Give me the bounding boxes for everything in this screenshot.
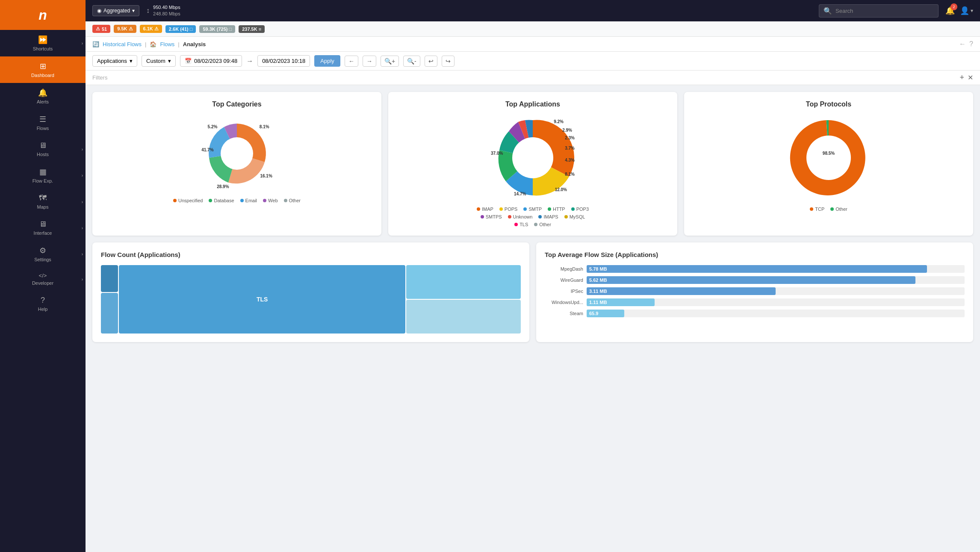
legend-email: Email	[240, 198, 257, 203]
cat-label-other: 28.9%	[217, 184, 229, 189]
flowexp-icon: ▦	[39, 167, 47, 177]
breadcrumb: 🔄 Historical Flows | 🏠 Flows | Analysis	[92, 41, 206, 47]
sidebar-label-maps: Maps	[37, 204, 49, 210]
top-protocols-legend: TCP Other	[810, 207, 847, 212]
legend-web: Web	[263, 198, 277, 203]
sidebar-label-hosts: Hosts	[37, 152, 49, 157]
shortcuts-icon: ⏩	[38, 35, 47, 44]
bar-label-ipsec: IPSec	[545, 289, 583, 294]
notification-bell[interactable]: 🔔 2	[945, 6, 955, 15]
top-header: ◉ Aggregated ▾ ↕ 950.40 Mbps 248.80 Mbps…	[86, 0, 980, 21]
top-protocols-card: Top Protocols 98.5% TCP Other	[684, 92, 973, 236]
traffic-down: 248.80 Mbps	[153, 11, 180, 17]
zoom-out-button[interactable]: 🔍-	[403, 56, 420, 67]
chevron-right-icon-hosts: ›	[82, 147, 83, 151]
alert-bar: ⚠ 51 9.5K ⚠ 6.1K ⚠ 2.6K (41) □ 59.3K (72…	[86, 21, 980, 37]
bar-track-wireguard: 5.62 MB	[587, 276, 965, 284]
sidebar-item-developer[interactable]: </> Developer ›	[0, 267, 86, 291]
treemap-right-cells	[406, 265, 521, 334]
sidebar-item-help[interactable]: ? Help	[0, 291, 86, 317]
bar-label-steam: Steam	[545, 311, 583, 316]
cat-label-database: 16.1%	[260, 174, 272, 178]
undo-button[interactable]: ↩	[425, 56, 437, 67]
filters-row: Filters + ✕	[86, 71, 980, 85]
help-icon: ?	[41, 296, 45, 305]
app-label-pop3: 4.3%	[565, 158, 575, 162]
filter-type-chevron-icon: ▾	[130, 58, 133, 64]
sidebar-item-flowexp[interactable]: ▦ Flow Exp. ›	[0, 162, 86, 189]
app-label-mysql: 2.3%	[565, 136, 575, 140]
sidebar-item-flows[interactable]: ☰ Flows	[0, 109, 86, 136]
bar-label-wireguard: WireGuard	[545, 277, 583, 283]
alert-critical-value: 51	[102, 27, 107, 32]
sidebar-label-alerts: Alerts	[37, 99, 49, 104]
sidebar-item-dashboard[interactable]: ⊞ Dashboard	[0, 56, 86, 83]
avg-flow-bar-chart: MpegDash 5.78 MB WireGuard 5.62 MB	[545, 265, 965, 317]
bar-label-mpegdash: MpegDash	[545, 266, 583, 272]
redo-button[interactable]: ↪	[442, 56, 455, 67]
user-menu[interactable]: 👤 ▾	[960, 6, 973, 15]
alert-info-value: 2.6K (41) □	[169, 27, 193, 32]
alerts-icon: 🔔	[38, 88, 47, 97]
legend-imap: IMAP	[477, 207, 493, 212]
treemap-tls-cell: TLS	[119, 265, 405, 334]
legend-unknown: Unknown	[508, 214, 533, 219]
filter-type-select[interactable]: Applications ▾	[92, 55, 137, 67]
cat-label-web: 5.2%	[208, 124, 218, 129]
breadcrumb-flows[interactable]: Flows	[160, 41, 174, 47]
chevron-right-icon: ›	[82, 41, 83, 46]
alert-pill-medium[interactable]: 6.1K ⚠	[140, 25, 162, 33]
clear-filters-button[interactable]: ✕	[968, 74, 973, 82]
alert-pill-high[interactable]: 9.5K ⚠	[114, 25, 136, 33]
sidebar-label-interface: Interface	[34, 230, 52, 236]
bar-row-windowsupd: WindowsUpd... 1.11 MB	[545, 298, 965, 306]
bar-fill-windowsupd: 1.11 MB	[587, 298, 655, 306]
zoom-in-button[interactable]: 🔍+	[381, 56, 399, 67]
alert-high-value: 9.5K ⚠	[117, 26, 133, 32]
next-time-button[interactable]: →	[363, 56, 376, 67]
legend-tcp: TCP	[810, 207, 824, 212]
bar-row-ipsec: IPSec 3.11 MB	[545, 287, 965, 295]
breadcrumb-sep1: |	[145, 41, 146, 47]
date-end-field[interactable]: 08/02/2023 10:18	[257, 55, 310, 67]
bar-track-mpegdash: 5.78 MB	[587, 265, 965, 273]
alert-warning-icon: ⚠	[96, 26, 100, 32]
alert-pill-debug[interactable]: 237.5K ≡	[239, 25, 265, 33]
legend-smtp: SMTP	[523, 207, 542, 212]
top-categories-legend: Unspecified Database Email Web Other	[173, 198, 301, 203]
aggregated-button[interactable]: ◉ Aggregated ▾	[92, 5, 139, 16]
sidebar-label-help: Help	[38, 307, 48, 312]
search-input[interactable]	[835, 8, 934, 14]
app-label-unknown: 2.9%	[562, 128, 572, 133]
bar-fill-steam: 65.9	[587, 310, 624, 317]
breadcrumb-historical-flows[interactable]: Historical Flows	[103, 41, 142, 47]
prev-time-button[interactable]: ←	[345, 56, 358, 67]
bar-value-mpegdash: 5.78 MB	[589, 266, 607, 272]
date-start-field[interactable]: 📅 08/02/2023 09:48	[180, 55, 242, 67]
sidebar-item-alerts[interactable]: 🔔 Alerts	[0, 83, 86, 109]
sidebar-item-hosts[interactable]: 🖥 Hosts ›	[0, 136, 86, 162]
hosts-icon: 🖥	[39, 141, 47, 150]
alert-pill-critical[interactable]: ⚠ 51	[92, 25, 110, 33]
apply-button[interactable]: Apply	[314, 55, 340, 67]
top-protocols-chart: 98.5%	[786, 115, 871, 201]
alert-pill-info[interactable]: 2.6K (41) □	[165, 25, 196, 33]
app-label-http: 8.1%	[565, 172, 575, 177]
bar-label-windowsupd: WindowsUpd...	[545, 300, 583, 305]
chevron-right-icon-interface: ›	[82, 225, 83, 230]
add-filter-button[interactable]: +	[959, 73, 964, 82]
alert-debug-value: 237.5K ≡	[242, 27, 261, 32]
back-icon[interactable]: ←	[959, 40, 966, 48]
search-bar[interactable]: 🔍	[819, 4, 939, 18]
sidebar-item-settings[interactable]: ⚙ Settings ›	[0, 241, 86, 267]
chevron-right-icon-maps: ›	[82, 199, 83, 204]
top-applications-title: Top Applications	[505, 100, 560, 108]
bar-value-windowsupd: 1.11 MB	[589, 300, 607, 305]
sidebar-item-interface[interactable]: 🖥 Interface ›	[0, 215, 86, 241]
flow-count-title: Flow Count (Applications)	[101, 251, 521, 258]
time-range-select[interactable]: Custom ▾	[142, 55, 176, 67]
sidebar-item-shortcuts[interactable]: ⏩ Shortcuts ›	[0, 30, 86, 56]
alert-pill-notice[interactable]: 59.3K (725) □	[199, 25, 235, 33]
help-question-icon[interactable]: ?	[969, 40, 973, 48]
sidebar-item-maps[interactable]: 🗺 Maps ›	[0, 189, 86, 215]
